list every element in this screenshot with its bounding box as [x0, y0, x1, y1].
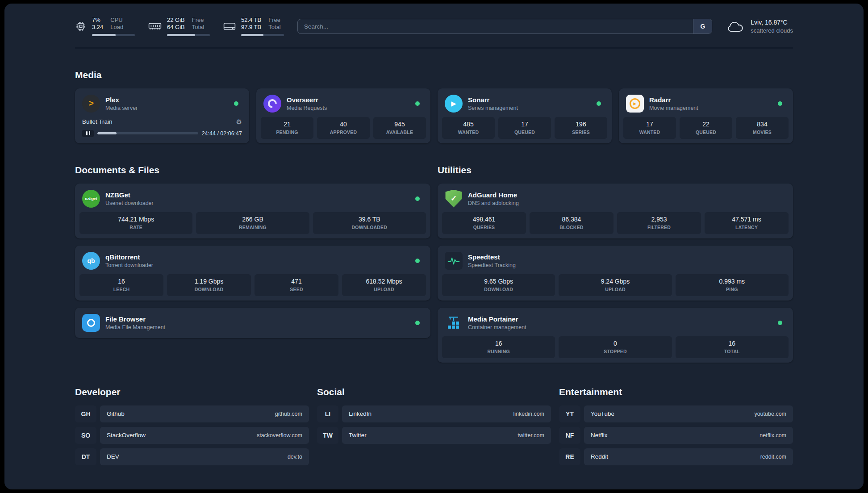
- memory-usage-bar: [167, 34, 210, 36]
- bookmark-stackoverflow[interactable]: SO StackOverflow stackoverflow.com: [75, 427, 309, 444]
- stat-tile: 471SEED: [255, 274, 338, 296]
- bookmark-youtube[interactable]: YT YouTube youtube.com: [559, 405, 793, 422]
- memory-widget: 22 GiB 64 GiB Free Total: [148, 17, 210, 36]
- service-card-plex[interactable]: > Plex Media server Bullet Train ⚙ 2: [75, 88, 249, 143]
- stat-tile: 86,384BLOCKED: [530, 212, 613, 234]
- stat-tile: 618.52 MbpsUPLOAD: [342, 274, 426, 296]
- stat-tile: 196SERIES: [555, 117, 607, 139]
- bookmark-group-social: Social LI LinkedIn linkedin.com TW Twitt…: [317, 365, 551, 465]
- bookmark-abbr: SO: [75, 427, 96, 444]
- service-name: Overseerr: [287, 96, 327, 104]
- status-indicator: [234, 101, 238, 106]
- service-subtitle: Usenet downloader: [105, 200, 154, 206]
- service-subtitle: Media server: [105, 105, 138, 111]
- status-indicator: [415, 259, 420, 263]
- playback-progress-bar[interactable]: [97, 132, 198, 134]
- radarr-icon: ▶: [626, 95, 644, 113]
- service-name: NZBGet: [105, 191, 154, 199]
- service-name: Plex: [105, 96, 138, 104]
- service-card-filebrowser[interactable]: File Browser Media File Management: [75, 308, 430, 338]
- memory-values: 22 GiB 64 GiB: [167, 17, 185, 31]
- service-name: File Browser: [105, 315, 165, 323]
- media-grid: > Plex Media server Bullet Train ⚙ 2: [75, 88, 793, 143]
- sonarr-icon: ▶: [445, 95, 463, 113]
- cloud-icon: [726, 20, 745, 33]
- search-bar: G: [297, 19, 712, 34]
- service-card-nzbget[interactable]: nzbget NZBGet Usenet downloader 744.21 M…: [75, 184, 430, 238]
- bookmark-domain: twitter.com: [517, 432, 544, 439]
- status-indicator: [778, 101, 782, 106]
- stat-tile: 47.571 msLATENCY: [705, 212, 789, 234]
- bookmark-dev[interactable]: DT DEV dev.to: [75, 448, 309, 465]
- bookmark-abbr: RE: [559, 448, 580, 465]
- service-subtitle: Speedtest Tracking: [468, 262, 516, 268]
- bookmark-domain: dev.to: [288, 454, 302, 460]
- stat-tile: 9.65 GbpsDOWNLOAD: [442, 274, 555, 296]
- disk-values: 52.4 TB 97.9 TB: [241, 17, 261, 31]
- status-indicator: [415, 101, 420, 106]
- bookmark-abbr: LI: [317, 405, 338, 422]
- stat-tile: 498,461QUERIES: [442, 212, 526, 234]
- service-card-qbittorrent[interactable]: qb qBittorrent Torrent downloader 16LEEC…: [75, 246, 430, 301]
- service-subtitle: Torrent downloader: [105, 262, 153, 268]
- section-title-media: Media: [75, 70, 793, 80]
- service-subtitle: DNS and adblocking: [468, 200, 519, 206]
- stat-tile: 0STOPPED: [559, 336, 672, 358]
- adguard-icon: ✓: [445, 190, 463, 208]
- search-provider-button[interactable]: G: [693, 19, 712, 33]
- bookmark-name: StackOverflow: [107, 432, 146, 439]
- bookmark-name: Twitter: [349, 432, 367, 439]
- service-subtitle: Media File Management: [105, 324, 165, 330]
- cpu-labels: CPU Load: [110, 17, 123, 31]
- service-card-radarr[interactable]: ▶ Radarr Movie management 17WANTED 22QUE…: [619, 88, 793, 143]
- plex-now-playing-widget: Bullet Train ⚙ 24:44 / 02:06:47: [79, 117, 245, 139]
- pause-button[interactable]: [82, 130, 94, 137]
- service-card-sonarr[interactable]: ▶ Sonarr Series management 485WANTED 17Q…: [438, 88, 612, 143]
- disk-labels: Free Total: [268, 17, 280, 31]
- overseerr-icon: [263, 95, 281, 113]
- nzbget-icon: nzbget: [82, 190, 100, 208]
- bookmark-name: DEV: [107, 453, 119, 460]
- service-card-adguard[interactable]: ✓ AdGuard Home DNS and adblocking 498,46…: [438, 184, 793, 238]
- stat-tile: 16LEECH: [79, 274, 163, 296]
- bookmark-reddit[interactable]: RE Reddit reddit.com: [559, 448, 793, 465]
- stat-tile: 39.6 TBDOWNLOADED: [313, 212, 426, 234]
- stat-tile: 17WANTED: [623, 117, 676, 139]
- stat-tile: 9.24 GbpsUPLOAD: [559, 274, 672, 296]
- bookmark-name: Netflix: [591, 432, 608, 439]
- service-card-overseerr[interactable]: Overseerr Media Requests 21PENDING 40APP…: [256, 88, 430, 143]
- bookmark-netflix[interactable]: NF Netflix netflix.com: [559, 427, 793, 444]
- stat-tile: 0.993 msPING: [676, 274, 789, 296]
- memory-icon: [148, 21, 162, 31]
- section-title-developer: Developer: [75, 387, 309, 397]
- qbittorrent-icon: qb: [82, 252, 100, 270]
- service-name: Sonarr: [468, 96, 518, 104]
- stat-tile: 834MOVIES: [736, 117, 789, 139]
- bookmark-twitter[interactable]: TW Twitter twitter.com: [317, 427, 551, 444]
- bookmark-github[interactable]: GH Github github.com: [75, 405, 309, 422]
- cpu-values: 7% 3.24: [92, 17, 103, 31]
- stat-tile: 485WANTED: [442, 117, 495, 139]
- bookmark-name: Github: [107, 410, 125, 417]
- service-subtitle: Movie management: [649, 105, 698, 111]
- search-input[interactable]: [298, 23, 693, 30]
- bookmark-domain: stackoverflow.com: [257, 432, 302, 439]
- speedtest-icon: [445, 252, 463, 270]
- status-indicator: [415, 321, 420, 325]
- stat-tile: 17QUEUED: [498, 117, 551, 139]
- weather-location: Lviv, 16.87°C: [751, 19, 793, 26]
- section-title-social: Social: [317, 387, 551, 397]
- section-title-documents: Documents & Files: [75, 165, 430, 175]
- status-indicator: [778, 321, 782, 325]
- service-card-speedtest[interactable]: Speedtest Speedtest Tracking 9.65 GbpsDO…: [438, 246, 793, 301]
- stat-tile: 16TOTAL: [676, 336, 789, 358]
- bookmark-linkedin[interactable]: LI LinkedIn linkedin.com: [317, 405, 551, 422]
- settings-gear-icon[interactable]: ⚙: [236, 118, 242, 126]
- disk-icon: [223, 21, 236, 31]
- section-title-entertainment: Entertainment: [559, 387, 793, 397]
- memory-labels: Free Total: [192, 17, 204, 31]
- stat-tile: 21PENDING: [261, 117, 313, 139]
- service-card-portainer[interactable]: Media Portainer Container management 16R…: [438, 308, 793, 363]
- disk-usage-fill: [241, 34, 263, 36]
- bookmark-abbr: TW: [317, 427, 338, 444]
